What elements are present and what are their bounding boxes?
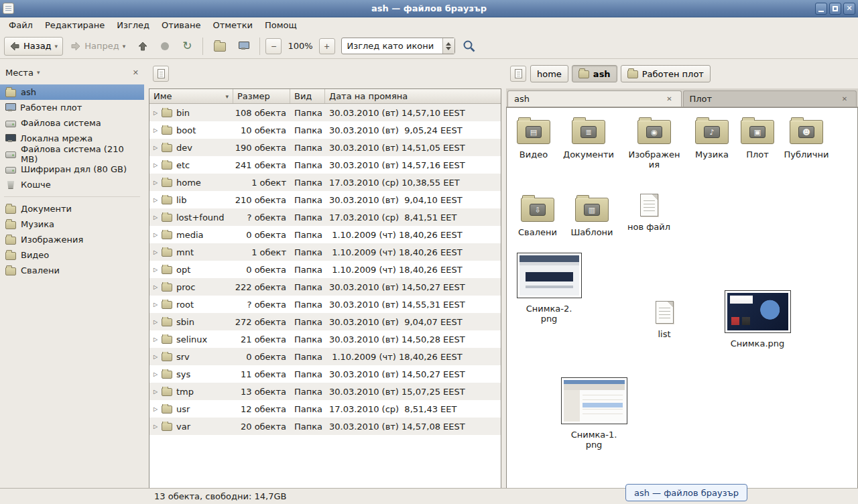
computer-button[interactable]	[233, 37, 254, 56]
file-row[interactable]: ▷home1 обектПапка17.03.2010 (ср) 10,38,5…	[149, 174, 501, 191]
icon-item[interactable]: ≣Документи	[562, 116, 615, 160]
icon-item[interactable]: ⇩Свалени	[511, 194, 564, 237]
view-mode-select[interactable]: Изглед като икони	[341, 38, 455, 54]
file-row[interactable]: ▷lost+found? обектаПапка17.03.2010 (ср) …	[149, 208, 501, 226]
expander-icon[interactable]: ▷	[154, 371, 162, 377]
icon-item[interactable]: ◉Изображен ия	[627, 116, 681, 170]
icon-item[interactable]: Снимка-2. png	[516, 253, 582, 324]
sidebar-item[interactable]: Кошче	[0, 177, 144, 192]
expander-icon[interactable]: ▷	[154, 354, 162, 360]
expander-icon[interactable]: ▷	[154, 145, 162, 151]
expander-icon[interactable]: ▷	[154, 389, 162, 395]
file-row[interactable]: ▷sys11 обектаПапка30.03.2010 (вт) 14,50,…	[149, 365, 501, 383]
file-row[interactable]: ▷sbin272 обектаПапка30.03.2010 (вт) 9,04…	[149, 313, 501, 330]
tab-close-icon[interactable]: ✕	[839, 94, 850, 105]
minimize-button[interactable]	[815, 3, 827, 15]
column-header-type[interactable]: Вид	[290, 89, 325, 103]
path-button[interactable]: Работен плот	[621, 65, 711, 82]
expander-icon[interactable]: ▷	[154, 319, 162, 325]
sidebar-item[interactable]: Видео	[0, 247, 144, 263]
file-row[interactable]: ▷boot10 обектаПапка30.03.2010 (вт) 9,05,…	[149, 121, 501, 139]
icon-item[interactable]: ☻Публични	[780, 116, 833, 160]
chevron-down-icon[interactable]: ▾	[37, 69, 40, 76]
file-row[interactable]: ▷media0 обектаПапка 1.10.2009 (чт) 18,40…	[149, 226, 501, 243]
file-row[interactable]: ▷etc241 обектаПапка30.03.2010 (вт) 14,57…	[149, 156, 501, 174]
sidebar-item[interactable]: ash	[0, 84, 144, 100]
expander-icon[interactable]: ▷	[154, 110, 162, 116]
titlebar[interactable]: ash — файлов браузър ✕	[0, 0, 858, 17]
file-row[interactable]: ▷mnt1 обектПапка 1.10.2009 (чт) 18,40,26…	[149, 243, 501, 261]
file-row[interactable]: ▷srv0 обектаПапка 1.10.2009 (чт) 18,40,2…	[149, 348, 501, 365]
file-row[interactable]: ▷var20 обектаПапка30.03.2010 (вт) 14,57,…	[149, 418, 501, 435]
zoom-out-button[interactable]: −	[265, 38, 282, 54]
tab[interactable]: ash✕	[507, 90, 682, 107]
sidebar-item[interactable]: Шифриран дял (80 GB)	[0, 162, 144, 177]
sidebar-item[interactable]: Свалени	[0, 263, 144, 278]
maximize-button[interactable]	[829, 3, 841, 15]
sidebar-item[interactable]: Работен плот	[0, 100, 144, 115]
expander-icon[interactable]: ▷	[154, 249, 162, 255]
menu-item[interactable]: Помощ	[259, 17, 303, 34]
file-row[interactable]: ▷opt0 обектаПапка 1.10.2009 (чт) 18,40,2…	[149, 261, 501, 278]
forward-button[interactable]: Напред ▾	[65, 37, 131, 56]
menu-item[interactable]: Файл	[3, 17, 39, 34]
expander-icon[interactable]: ▷	[154, 302, 162, 308]
sidebar-item[interactable]: Музика	[0, 216, 144, 232]
sidebar-item[interactable]: Изображения	[0, 232, 144, 247]
icon-item[interactable]: ▤Видео	[507, 116, 560, 160]
spinner-icon[interactable]	[442, 38, 454, 54]
pane-splitter[interactable]	[501, 59, 506, 488]
expander-icon[interactable]: ▷	[154, 232, 162, 238]
menu-item[interactable]: Отиване	[156, 17, 206, 34]
sidebar-item[interactable]: Файлова система (210 MB)	[0, 146, 144, 162]
stop-button[interactable]	[155, 37, 175, 56]
icon-item[interactable]: Снимка.png	[724, 290, 791, 349]
location-toggle-button[interactable]	[153, 66, 169, 82]
file-row[interactable]: ▷selinux21 обектаПапка30.03.2010 (вт) 14…	[149, 330, 501, 348]
icon-item[interactable]: ▥Шаблони	[565, 194, 619, 237]
path-button[interactable]: ash	[572, 65, 617, 82]
tab[interactable]: Плот✕	[683, 90, 857, 107]
expander-icon[interactable]: ▷	[154, 336, 162, 342]
column-header-date[interactable]: Дата на промяна	[325, 89, 501, 103]
expander-icon[interactable]: ▷	[154, 180, 162, 186]
file-row[interactable]: ▷root? обектаПапка30.03.2010 (вт) 14,55,…	[149, 296, 501, 313]
expander-icon[interactable]: ▷	[154, 284, 162, 290]
close-button[interactable]: ✕	[843, 3, 855, 15]
file-row[interactable]: ▷tmp13 обектаПапка30.03.2010 (вт) 15,07,…	[149, 383, 501, 400]
expander-icon[interactable]: ▷	[154, 424, 162, 430]
tab-close-icon[interactable]: ✕	[664, 94, 675, 105]
file-row[interactable]: ▷lib210 обектаПапка30.03.2010 (вт) 9,04,…	[149, 191, 501, 208]
back-button[interactable]: Назад ▾	[4, 37, 63, 56]
icon-item[interactable]: Снимка-1. png	[560, 377, 627, 450]
taskbar-window-button[interactable]: ash — файлов браузър	[625, 484, 747, 501]
up-button[interactable]	[133, 37, 153, 56]
expander-icon[interactable]: ▷	[154, 406, 162, 412]
expander-icon[interactable]: ▷	[154, 267, 162, 273]
icon-item[interactable]: нов файл	[622, 194, 676, 232]
menu-item[interactable]: Отметки	[206, 17, 258, 34]
sidebar-item[interactable]: Файлова система	[0, 115, 144, 131]
file-row[interactable]: ▷dev190 обектаПапка30.03.2010 (вт) 14,51…	[149, 139, 501, 156]
file-row[interactable]: ▷proc222 обектаПапка30.03.2010 (вт) 14,5…	[149, 278, 501, 296]
path-button[interactable]: home	[530, 65, 568, 82]
reload-button[interactable]: ↻	[177, 37, 197, 56]
icon-item[interactable]: ▣Плот	[731, 116, 784, 160]
zoom-in-button[interactable]: +	[319, 38, 335, 54]
expander-icon[interactable]: ▷	[154, 127, 162, 133]
expander-icon[interactable]: ▷	[154, 197, 162, 203]
sidebar-item[interactable]: Документи	[0, 201, 144, 216]
sidebar-close-icon[interactable]: ✕	[133, 68, 139, 77]
location-toggle-button[interactable]	[510, 66, 526, 82]
expander-icon[interactable]: ▷	[154, 162, 162, 168]
menu-item[interactable]: Редактиране	[39, 17, 111, 34]
search-button[interactable]	[463, 40, 476, 53]
file-row[interactable]: ▷bin108 обектаПапка30.03.2010 (вт) 14,57…	[149, 104, 501, 121]
column-header-name[interactable]: Име ▾	[149, 89, 233, 103]
file-row[interactable]: ▷usr12 обектаПапка17.03.2010 (ср) 8,51,4…	[149, 400, 501, 418]
menu-item[interactable]: Изглед	[111, 17, 156, 34]
expander-icon[interactable]: ▷	[154, 214, 162, 220]
home-button[interactable]	[208, 37, 231, 56]
pane-splitter[interactable]	[144, 59, 149, 488]
column-header-size[interactable]: Размер	[233, 89, 290, 103]
